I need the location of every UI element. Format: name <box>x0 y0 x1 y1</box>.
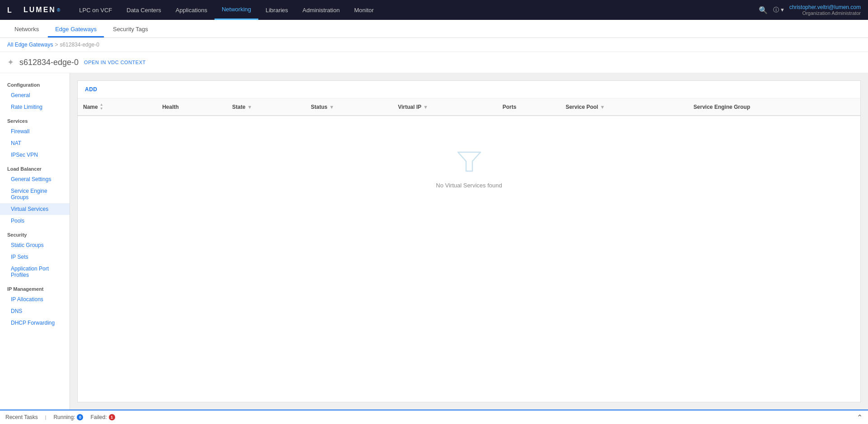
sidebar-section-label-services: Services <box>0 113 70 126</box>
sidebar-item-dhcp-forwarding[interactable]: DHCP Forwarding <box>0 317 70 329</box>
breadcrumb-separator: > <box>55 42 58 48</box>
tab-security-tags[interactable]: Security Tags <box>106 22 155 37</box>
col-state: State ▼ <box>227 98 305 116</box>
failed-label: Failed: <box>90 414 107 420</box>
page-header: ✦ s612834-edge-0 OPEN IN VDC CONTEXT <box>0 52 868 73</box>
nav-networking[interactable]: Networking <box>215 0 258 20</box>
sidebar-section-security: Security Static Groups IP Sets Applicati… <box>0 227 70 281</box>
nav-right: 🔍 ⓘ ▾ christopher.veltri@lumen.com Organ… <box>759 4 861 16</box>
sort-desc-icon: ▼ <box>100 107 103 111</box>
sidebar-item-ip-allocations[interactable]: IP Allocations <box>0 294 70 305</box>
help-icon[interactable]: ⓘ ▾ <box>773 6 784 14</box>
col-service-pool: Service Pool ▼ <box>560 98 688 116</box>
nav-libraries[interactable]: Libraries <box>258 0 295 20</box>
col-ports: Ports <box>497 98 560 116</box>
empty-state: No Virtual Services found <box>83 121 855 216</box>
status-filter-icon[interactable]: ▼ <box>329 104 334 110</box>
sidebar-item-application-port-profiles[interactable]: Application Port Profiles <box>0 263 70 281</box>
nav-data-centers[interactable]: Data Centers <box>119 0 168 20</box>
sub-tabs: Networks Edge Gateways Security Tags <box>0 20 868 38</box>
sidebar-item-ip-sets[interactable]: IP Sets <box>0 251 70 263</box>
search-icon[interactable]: 🔍 <box>759 6 768 14</box>
table-container: Name ▲ ▼ Health <box>78 98 860 402</box>
user-role: Organization Administrator <box>789 10 861 16</box>
sidebar-section-services: Services Firewall NAT IPSec VPN <box>0 113 70 161</box>
empty-state-row: No Virtual Services found <box>78 116 860 220</box>
sidebar-section-label-security: Security <box>0 227 70 239</box>
svg-marker-2 <box>458 152 481 171</box>
nav-applications[interactable]: Applications <box>168 0 215 20</box>
sidebar-item-general-settings[interactable]: General Settings <box>0 173 70 185</box>
sidebar-item-ipsec-vpn[interactable]: IPSec VPN <box>0 149 70 161</box>
sidebar-item-nat[interactable]: NAT <box>0 137 70 149</box>
main-layout: Configuration General Rate Limiting Serv… <box>0 73 868 410</box>
state-filter-icon[interactable]: ▼ <box>247 104 252 110</box>
top-nav: L LUMEN ® LPC on VCF Data Centers Applic… <box>0 0 868 20</box>
running-status: Running: 0 <box>53 414 83 420</box>
sidebar-item-firewall[interactable]: Firewall <box>0 126 70 137</box>
user-menu[interactable]: christopher.veltri@lumen.com Organizatio… <box>789 4 861 16</box>
sidebar-item-virtual-services[interactable]: Virtual Services <box>0 203 70 215</box>
service-pool-filter-icon[interactable]: ▼ <box>600 104 605 110</box>
running-label: Running: <box>53 414 75 420</box>
open-vdc-context-link[interactable]: OPEN IN VDC CONTEXT <box>84 60 146 65</box>
bottom-bar: Recent Tasks | Running: 0 Failed: 1 ⌃ <box>0 410 868 424</box>
user-name: christopher.veltri@lumen.com <box>789 4 861 10</box>
sidebar-item-pools[interactable]: Pools <box>0 215 70 227</box>
col-status: Status ▼ <box>305 98 392 116</box>
nav-administration[interactable]: Administration <box>295 0 347 20</box>
sidebar-item-dns[interactable]: DNS <box>0 305 70 317</box>
edge-gateway-icon: ✦ <box>7 57 14 67</box>
sidebar-section-label-ip-management: IP Management <box>0 281 70 294</box>
logo: L LUMEN ® <box>7 4 61 16</box>
nav-lpc-on-vcf[interactable]: LPC on VCF <box>72 0 119 20</box>
table-body: No Virtual Services found <box>78 116 860 220</box>
empty-funnel-icon <box>456 148 483 175</box>
empty-message: No Virtual Services found <box>436 182 502 189</box>
tab-edge-gateways[interactable]: Edge Gateways <box>48 22 104 37</box>
virtual-services-table: Name ▲ ▼ Health <box>78 98 860 220</box>
running-count: 0 <box>77 414 83 420</box>
col-name: Name ▲ ▼ <box>78 98 157 116</box>
sidebar-item-static-groups[interactable]: Static Groups <box>0 239 70 251</box>
add-button[interactable]: ADD <box>85 84 98 94</box>
failed-status: Failed: 1 <box>90 414 115 420</box>
breadcrumb: All Edge Gateways > s612834-edge-0 <box>0 38 868 52</box>
sidebar-section-label-load-balancer: Load Balancer <box>0 161 70 173</box>
svg-text:L: L <box>7 6 13 14</box>
sidebar-item-service-engine-groups[interactable]: Service Engine Groups <box>0 185 70 203</box>
table-header-row: Name ▲ ▼ Health <box>78 98 860 116</box>
recent-tasks-label: Recent Tasks <box>5 414 38 420</box>
failed-count: 1 <box>109 414 115 420</box>
page-title: s612834-edge-0 <box>19 58 79 67</box>
sidebar-item-rate-limiting[interactable]: Rate Limiting <box>0 101 70 113</box>
tab-networks[interactable]: Networks <box>7 22 46 37</box>
nav-monitor[interactable]: Monitor <box>347 0 381 20</box>
breadcrumb-current: s612834-edge-0 <box>60 42 99 48</box>
sidebar-section-load-balancer: Load Balancer General Settings Service E… <box>0 161 70 227</box>
logo-text: LUMEN <box>23 6 56 14</box>
nav-items: LPC on VCF Data Centers Applications Net… <box>72 0 759 20</box>
sidebar-section-configuration: Configuration General Rate Limiting <box>0 77 70 113</box>
sidebar-section-ip-management: IP Management IP Allocations DNS DHCP Fo… <box>0 281 70 329</box>
content-toolbar: ADD <box>78 81 860 98</box>
virtual-ip-filter-icon[interactable]: ▼ <box>423 104 428 110</box>
content-area: ADD Name ▲ ▼ <box>77 80 861 402</box>
expand-icon[interactable]: ⌃ <box>857 413 863 422</box>
sidebar: Configuration General Rate Limiting Serv… <box>0 73 70 410</box>
breadcrumb-all-edge-gateways[interactable]: All Edge Gateways <box>7 42 53 48</box>
name-sort-icons[interactable]: ▲ ▼ <box>100 103 103 111</box>
sidebar-section-label-configuration: Configuration <box>0 77 70 89</box>
sidebar-item-general[interactable]: General <box>0 89 70 101</box>
col-health: Health <box>157 98 227 116</box>
col-service-engine-group: Service Engine Group <box>688 98 860 116</box>
col-virtual-ip: Virtual IP ▼ <box>392 98 497 116</box>
sort-asc-icon: ▲ <box>100 103 103 107</box>
